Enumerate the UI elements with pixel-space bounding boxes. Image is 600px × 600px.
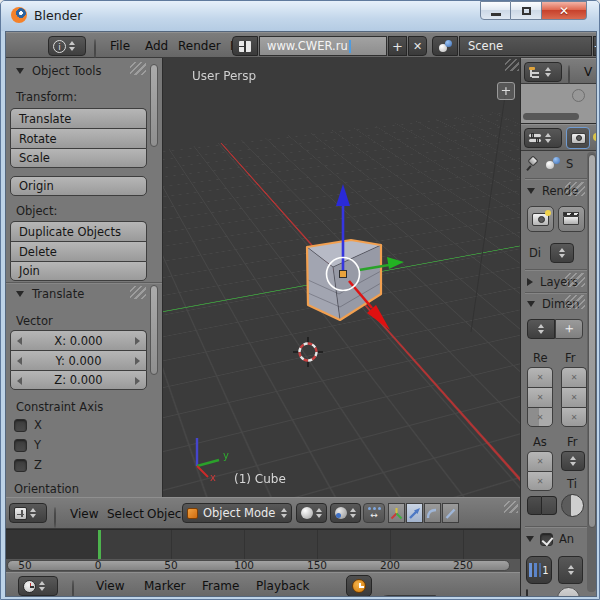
- operator-panel-scrollbar[interactable]: [150, 285, 158, 375]
- editor-type-selector-info[interactable]: i: [48, 36, 86, 56]
- render-preset-dropdown[interactable]: [527, 319, 555, 339]
- current-frame-marker[interactable]: [98, 530, 101, 559]
- timeline-track[interactable]: [6, 530, 520, 559]
- scene-icon[interactable]: [546, 157, 560, 170]
- stepper-arrows-icon[interactable]: [545, 133, 551, 143]
- render-image-button[interactable]: [527, 206, 554, 232]
- duplicate-objects-button[interactable]: Duplicate Objects: [10, 221, 147, 241]
- stepper-arrows-icon[interactable]: [69, 41, 75, 51]
- full-sample-checkbox[interactable]: [526, 589, 528, 597]
- scene-tab-partial-icon[interactable]: [593, 133, 597, 141]
- properties-scroll-thumb[interactable]: [588, 154, 596, 528]
- fps-dropdown[interactable]: [561, 451, 585, 471]
- timeline-menu-frame[interactable]: Frame: [202, 579, 239, 593]
- panel-expand-icon[interactable]: [527, 278, 533, 286]
- panel-drag-grip[interactable]: [130, 286, 146, 299]
- add-scene-button[interactable]: +: [593, 36, 597, 56]
- aa-samples-stepper[interactable]: [558, 556, 583, 584]
- collapse-menus-icon[interactable]: [568, 65, 570, 86]
- fps-dial-icon[interactable]: [561, 494, 584, 517]
- add-layout-button[interactable]: +: [388, 36, 407, 56]
- resolution-fields[interactable]: ✕ ✕ ✕: [527, 367, 553, 427]
- antialias-panel-header[interactable]: An: [526, 532, 574, 546]
- menu-render[interactable]: Render: [178, 39, 221, 53]
- manipulator-translate-button[interactable]: [406, 503, 423, 523]
- render-animation-button[interactable]: [558, 206, 585, 232]
- aa-samples-button[interactable]: 1: [526, 556, 552, 584]
- viewport-shading-dropdown[interactable]: [296, 503, 327, 523]
- antialias-checkbox[interactable]: [540, 533, 553, 546]
- delete-button[interactable]: Delete: [10, 241, 147, 261]
- panel-collapse-icon[interactable]: [526, 536, 534, 542]
- vector-z-field[interactable]: Z: 0.000: [10, 370, 147, 390]
- scale-button[interactable]: Scale: [10, 148, 147, 168]
- editor-type-selector-properties[interactable]: [524, 128, 562, 148]
- outliner-hscrollbar[interactable]: [523, 113, 579, 120]
- view3d-menu-object[interactable]: Object: [147, 507, 186, 521]
- area-resize-grip[interactable]: [505, 59, 519, 71]
- filter-dial-button[interactable]: ✕: [557, 587, 580, 597]
- menu-file[interactable]: File: [110, 39, 130, 53]
- add-preset-button[interactable]: ＋: [555, 319, 583, 339]
- menu-add[interactable]: Add: [145, 39, 168, 53]
- close-button[interactable]: ✕: [542, 1, 587, 20]
- manipulator-toggle[interactable]: ↔: [363, 503, 385, 523]
- rotate-button[interactable]: Rotate: [10, 128, 147, 148]
- constraint-x-checkbox[interactable]: [14, 419, 27, 432]
- time-remap-toggles[interactable]: [527, 496, 557, 515]
- constraint-z-checkbox[interactable]: [14, 459, 27, 472]
- collapse-menus-icon[interactable]: [54, 507, 56, 528]
- panel-collapse-icon[interactable]: [16, 68, 24, 74]
- outliner-body[interactable]: [521, 84, 597, 123]
- stepper-arrows-icon[interactable]: [39, 581, 45, 591]
- area-resize-grip[interactable]: [504, 501, 518, 513]
- panel-collapse-icon[interactable]: [16, 291, 24, 297]
- translate-panel-header[interactable]: Translate: [16, 287, 84, 301]
- maximize-button[interactable]: [511, 1, 542, 20]
- collapse-menus-icon[interactable]: [72, 580, 74, 597]
- view3d-menu-view[interactable]: View: [70, 507, 98, 521]
- manipulator-scale-button[interactable]: [442, 503, 459, 523]
- origin-button[interactable]: Origin: [10, 176, 147, 196]
- object-tools-panel-header[interactable]: Object Tools: [16, 64, 101, 78]
- scene-name-field[interactable]: Scene: [459, 36, 592, 56]
- restrict-view-icon[interactable]: [572, 89, 585, 102]
- titlebar[interactable]: Blender ✕: [1, 1, 600, 31]
- manipulator-y-arrow[interactable]: [387, 257, 404, 269]
- outliner-view-menu[interactable]: V: [584, 65, 592, 79]
- panel-collapse-icon[interactable]: [527, 301, 535, 307]
- panel-drag-grip[interactable]: [565, 182, 585, 196]
- manipulator-x-arrow[interactable]: [367, 305, 390, 330]
- minimize-button[interactable]: [480, 1, 511, 20]
- expand-properties-region-button[interactable]: +: [497, 82, 515, 100]
- viewport-3d[interactable]: y x User Persp (1) Cube +: [162, 58, 520, 497]
- manipulator-axes-button[interactable]: [388, 503, 405, 523]
- editor-type-selector-outliner[interactable]: [524, 62, 562, 82]
- autokey-toggle-button[interactable]: [346, 575, 372, 597]
- scene-browse-button[interactable]: [432, 36, 458, 56]
- frame-range-fields[interactable]: ✕ ✕ ✕: [561, 367, 587, 427]
- collapse-menus-icon[interactable]: [94, 39, 96, 60]
- panel-drag-grip[interactable]: [130, 62, 146, 75]
- stepper-arrows-icon[interactable]: [30, 508, 36, 518]
- view3d-menu-select[interactable]: Select: [107, 507, 144, 521]
- vector-x-field[interactable]: X: 0.000: [10, 330, 147, 350]
- display-dropdown[interactable]: [550, 243, 574, 263]
- frame-start-field[interactable]: Start: 1: [378, 595, 436, 597]
- timeline-hscrollbar[interactable]: [7, 560, 510, 571]
- render-tab[interactable]: [566, 127, 590, 149]
- toolshelf-scrollbar[interactable]: [150, 64, 158, 147]
- aspect-fields[interactable]: ✕ ✕: [527, 451, 553, 491]
- panel-collapse-icon[interactable]: [527, 188, 535, 194]
- editor-type-selector-3dview[interactable]: [9, 503, 47, 523]
- panel-drag-grip[interactable]: [565, 295, 585, 309]
- screen-layout-name-input[interactable]: www.CWER.ru: [259, 36, 387, 56]
- manipulator-z-arrow[interactable]: [336, 184, 350, 206]
- mode-dropdown[interactable]: Object Mode: [182, 503, 292, 523]
- pin-icon[interactable]: [527, 156, 540, 171]
- timeline-menu-marker[interactable]: Marker: [144, 579, 185, 593]
- translate-button[interactable]: Translate: [10, 108, 147, 128]
- vector-y-field[interactable]: Y: 0.000: [10, 350, 147, 370]
- pivot-point-dropdown[interactable]: [330, 503, 361, 523]
- join-button[interactable]: Join: [10, 261, 147, 281]
